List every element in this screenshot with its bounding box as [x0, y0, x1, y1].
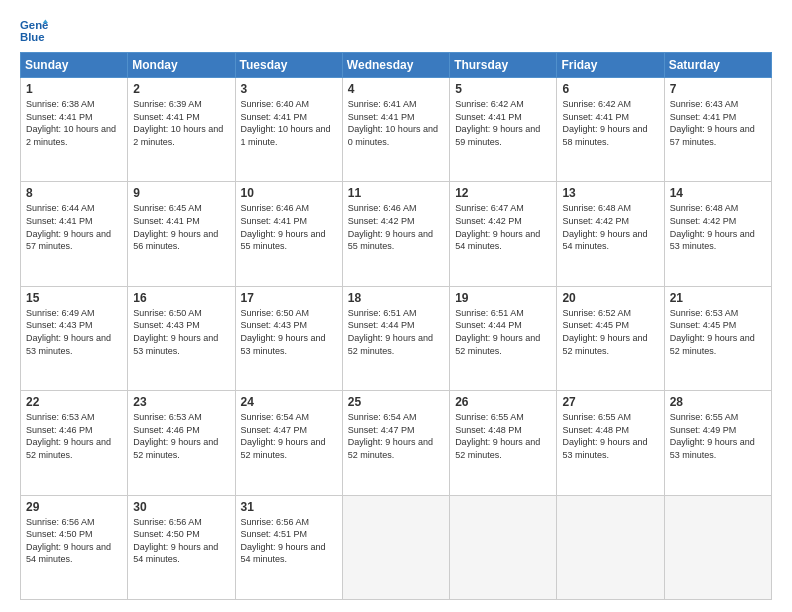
day-cell: 12 Sunrise: 6:47 AMSunset: 4:42 PMDaylig…: [450, 182, 557, 286]
week-row-5: 29 Sunrise: 6:56 AMSunset: 4:50 PMDaylig…: [21, 495, 772, 599]
day-number: 24: [241, 395, 337, 409]
day-number: 10: [241, 186, 337, 200]
week-row-2: 8 Sunrise: 6:44 AMSunset: 4:41 PMDayligh…: [21, 182, 772, 286]
day-cell: 4 Sunrise: 6:41 AMSunset: 4:41 PMDayligh…: [342, 78, 449, 182]
day-info: Sunrise: 6:52 AMSunset: 4:45 PMDaylight:…: [562, 307, 658, 357]
day-info: Sunrise: 6:55 AMSunset: 4:48 PMDaylight:…: [455, 411, 551, 461]
day-cell: [557, 495, 664, 599]
day-info: Sunrise: 6:53 AMSunset: 4:45 PMDaylight:…: [670, 307, 766, 357]
day-cell: 3 Sunrise: 6:40 AMSunset: 4:41 PMDayligh…: [235, 78, 342, 182]
day-number: 2: [133, 82, 229, 96]
day-cell: 15 Sunrise: 6:49 AMSunset: 4:43 PMDaylig…: [21, 286, 128, 390]
day-info: Sunrise: 6:56 AMSunset: 4:50 PMDaylight:…: [133, 516, 229, 566]
day-number: 18: [348, 291, 444, 305]
day-info: Sunrise: 6:54 AMSunset: 4:47 PMDaylight:…: [241, 411, 337, 461]
day-info: Sunrise: 6:54 AMSunset: 4:47 PMDaylight:…: [348, 411, 444, 461]
day-info: Sunrise: 6:45 AMSunset: 4:41 PMDaylight:…: [133, 202, 229, 252]
header-saturday: Saturday: [664, 53, 771, 78]
header-tuesday: Tuesday: [235, 53, 342, 78]
day-info: Sunrise: 6:51 AMSunset: 4:44 PMDaylight:…: [348, 307, 444, 357]
day-cell: 2 Sunrise: 6:39 AMSunset: 4:41 PMDayligh…: [128, 78, 235, 182]
day-cell: 19 Sunrise: 6:51 AMSunset: 4:44 PMDaylig…: [450, 286, 557, 390]
day-info: Sunrise: 6:38 AMSunset: 4:41 PMDaylight:…: [26, 98, 122, 148]
day-info: Sunrise: 6:49 AMSunset: 4:43 PMDaylight:…: [26, 307, 122, 357]
day-cell: 30 Sunrise: 6:56 AMSunset: 4:50 PMDaylig…: [128, 495, 235, 599]
day-info: Sunrise: 6:48 AMSunset: 4:42 PMDaylight:…: [562, 202, 658, 252]
day-info: Sunrise: 6:41 AMSunset: 4:41 PMDaylight:…: [348, 98, 444, 148]
day-cell: 5 Sunrise: 6:42 AMSunset: 4:41 PMDayligh…: [450, 78, 557, 182]
day-number: 19: [455, 291, 551, 305]
day-number: 30: [133, 500, 229, 514]
day-info: Sunrise: 6:46 AMSunset: 4:42 PMDaylight:…: [348, 202, 444, 252]
day-cell: [664, 495, 771, 599]
header-monday: Monday: [128, 53, 235, 78]
day-info: Sunrise: 6:39 AMSunset: 4:41 PMDaylight:…: [133, 98, 229, 148]
day-cell: 10 Sunrise: 6:46 AMSunset: 4:41 PMDaylig…: [235, 182, 342, 286]
day-number: 31: [241, 500, 337, 514]
day-cell: 7 Sunrise: 6:43 AMSunset: 4:41 PMDayligh…: [664, 78, 771, 182]
week-row-4: 22 Sunrise: 6:53 AMSunset: 4:46 PMDaylig…: [21, 391, 772, 495]
day-info: Sunrise: 6:50 AMSunset: 4:43 PMDaylight:…: [133, 307, 229, 357]
day-info: Sunrise: 6:51 AMSunset: 4:44 PMDaylight:…: [455, 307, 551, 357]
header: General Blue: [20, 16, 772, 44]
day-number: 8: [26, 186, 122, 200]
day-cell: 14 Sunrise: 6:48 AMSunset: 4:42 PMDaylig…: [664, 182, 771, 286]
calendar-table: SundayMondayTuesdayWednesdayThursdayFrid…: [20, 52, 772, 600]
day-cell: 11 Sunrise: 6:46 AMSunset: 4:42 PMDaylig…: [342, 182, 449, 286]
day-cell: 25 Sunrise: 6:54 AMSunset: 4:47 PMDaylig…: [342, 391, 449, 495]
logo: General Blue: [20, 16, 50, 44]
day-info: Sunrise: 6:55 AMSunset: 4:48 PMDaylight:…: [562, 411, 658, 461]
day-number: 21: [670, 291, 766, 305]
day-cell: 8 Sunrise: 6:44 AMSunset: 4:41 PMDayligh…: [21, 182, 128, 286]
day-cell: 21 Sunrise: 6:53 AMSunset: 4:45 PMDaylig…: [664, 286, 771, 390]
day-number: 7: [670, 82, 766, 96]
day-cell: 9 Sunrise: 6:45 AMSunset: 4:41 PMDayligh…: [128, 182, 235, 286]
week-row-3: 15 Sunrise: 6:49 AMSunset: 4:43 PMDaylig…: [21, 286, 772, 390]
day-cell: 17 Sunrise: 6:50 AMSunset: 4:43 PMDaylig…: [235, 286, 342, 390]
day-cell: 1 Sunrise: 6:38 AMSunset: 4:41 PMDayligh…: [21, 78, 128, 182]
day-number: 13: [562, 186, 658, 200]
day-info: Sunrise: 6:46 AMSunset: 4:41 PMDaylight:…: [241, 202, 337, 252]
day-number: 6: [562, 82, 658, 96]
day-cell: [342, 495, 449, 599]
day-info: Sunrise: 6:48 AMSunset: 4:42 PMDaylight:…: [670, 202, 766, 252]
header-thursday: Thursday: [450, 53, 557, 78]
day-cell: 29 Sunrise: 6:56 AMSunset: 4:50 PMDaylig…: [21, 495, 128, 599]
day-info: Sunrise: 6:44 AMSunset: 4:41 PMDaylight:…: [26, 202, 122, 252]
day-cell: 22 Sunrise: 6:53 AMSunset: 4:46 PMDaylig…: [21, 391, 128, 495]
logo-icon: General Blue: [20, 16, 48, 44]
day-number: 20: [562, 291, 658, 305]
day-cell: 24 Sunrise: 6:54 AMSunset: 4:47 PMDaylig…: [235, 391, 342, 495]
calendar-header-row: SundayMondayTuesdayWednesdayThursdayFrid…: [21, 53, 772, 78]
day-info: Sunrise: 6:56 AMSunset: 4:51 PMDaylight:…: [241, 516, 337, 566]
day-cell: [450, 495, 557, 599]
day-number: 12: [455, 186, 551, 200]
header-sunday: Sunday: [21, 53, 128, 78]
day-number: 16: [133, 291, 229, 305]
header-friday: Friday: [557, 53, 664, 78]
day-info: Sunrise: 6:53 AMSunset: 4:46 PMDaylight:…: [26, 411, 122, 461]
day-info: Sunrise: 6:42 AMSunset: 4:41 PMDaylight:…: [455, 98, 551, 148]
day-info: Sunrise: 6:50 AMSunset: 4:43 PMDaylight:…: [241, 307, 337, 357]
day-cell: 20 Sunrise: 6:52 AMSunset: 4:45 PMDaylig…: [557, 286, 664, 390]
day-info: Sunrise: 6:43 AMSunset: 4:41 PMDaylight:…: [670, 98, 766, 148]
day-number: 3: [241, 82, 337, 96]
week-row-1: 1 Sunrise: 6:38 AMSunset: 4:41 PMDayligh…: [21, 78, 772, 182]
header-wednesday: Wednesday: [342, 53, 449, 78]
day-number: 26: [455, 395, 551, 409]
day-cell: 31 Sunrise: 6:56 AMSunset: 4:51 PMDaylig…: [235, 495, 342, 599]
svg-text:General: General: [20, 19, 48, 31]
day-info: Sunrise: 6:40 AMSunset: 4:41 PMDaylight:…: [241, 98, 337, 148]
day-number: 11: [348, 186, 444, 200]
day-number: 4: [348, 82, 444, 96]
day-cell: 13 Sunrise: 6:48 AMSunset: 4:42 PMDaylig…: [557, 182, 664, 286]
day-info: Sunrise: 6:56 AMSunset: 4:50 PMDaylight:…: [26, 516, 122, 566]
day-cell: 26 Sunrise: 6:55 AMSunset: 4:48 PMDaylig…: [450, 391, 557, 495]
day-cell: 6 Sunrise: 6:42 AMSunset: 4:41 PMDayligh…: [557, 78, 664, 182]
day-number: 15: [26, 291, 122, 305]
day-number: 1: [26, 82, 122, 96]
day-info: Sunrise: 6:55 AMSunset: 4:49 PMDaylight:…: [670, 411, 766, 461]
page: General Blue SundayMondayTuesdayWednesda…: [0, 0, 792, 612]
day-cell: 23 Sunrise: 6:53 AMSunset: 4:46 PMDaylig…: [128, 391, 235, 495]
day-info: Sunrise: 6:47 AMSunset: 4:42 PMDaylight:…: [455, 202, 551, 252]
